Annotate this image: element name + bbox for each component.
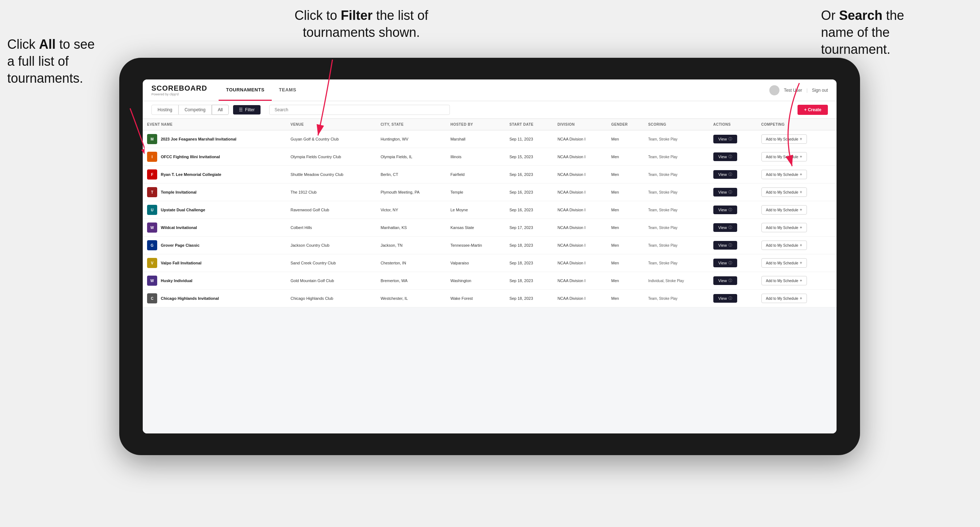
table-row: T Temple Invitational The 1912 Club Plym… <box>143 184 837 201</box>
add-schedule-button-8[interactable]: Add to My Schedule <box>761 276 807 285</box>
cell-event-name-1: I OFCC Fighting Illini Invitational <box>143 148 286 166</box>
col-venue: VENUE <box>286 119 376 130</box>
info-icon-7: ⓘ <box>729 260 732 265</box>
add-schedule-button-1[interactable]: Add to My Schedule <box>761 152 807 162</box>
cell-division-7: NCAA Division I <box>553 254 607 272</box>
tournaments-table: EVENT NAME VENUE CITY, STATE HOSTED BY S… <box>143 119 837 307</box>
cell-gender-7: Men <box>607 254 644 272</box>
col-hosted-by: HOSTED BY <box>446 119 505 130</box>
add-schedule-button-7[interactable]: Add to My Schedule <box>761 258 807 268</box>
cell-scoring-7: Team, Stroke Play <box>644 254 709 272</box>
cell-event-name-0: M 2023 Joe Feaganes Marshall Invitationa… <box>143 130 286 148</box>
cell-division-9: NCAA Division I <box>553 290 607 307</box>
cell-hosted-8: Washington <box>446 272 505 290</box>
cell-venue-3: The 1912 Club <box>286 184 376 201</box>
cell-event-name-5: W Wildcat Invitational <box>143 219 286 237</box>
col-start-date: START DATE <box>505 119 553 130</box>
col-city-state: CITY, STATE <box>376 119 446 130</box>
table-row: M 2023 Joe Feaganes Marshall Invitationa… <box>143 130 837 148</box>
cell-actions-4: View ⓘ <box>709 201 757 219</box>
cell-city-4: Victor, NY <box>376 201 446 219</box>
info-icon-4: ⓘ <box>729 207 732 213</box>
cell-gender-9: Men <box>607 290 644 307</box>
col-actions: ACTIONS <box>709 119 757 130</box>
cell-city-0: Huntington, WV <box>376 130 446 148</box>
view-button-3[interactable]: View ⓘ <box>713 188 738 197</box>
info-icon-9: ⓘ <box>729 296 732 301</box>
nav-tab-teams[interactable]: TEAMS <box>272 79 304 101</box>
event-name-9: Chicago Highlands Invitational <box>161 296 219 300</box>
view-button-6[interactable]: View ⓘ <box>713 241 738 249</box>
view-button-9[interactable]: View ⓘ <box>713 294 738 303</box>
cell-venue-0: Guyan Golf & Country Club <box>286 130 376 148</box>
view-button-8[interactable]: View ⓘ <box>713 276 738 285</box>
cell-gender-5: Men <box>607 219 644 237</box>
cell-division-1: NCAA Division I <box>553 148 607 166</box>
create-button[interactable]: + Create <box>797 105 828 115</box>
cell-date-5: Sep 17, 2023 <box>505 219 553 237</box>
table-row: C Chicago Highlands Invitational Chicago… <box>143 290 837 307</box>
cell-division-5: NCAA Division I <box>553 219 607 237</box>
cell-event-name-2: F Ryan T. Lee Memorial Collegiate <box>143 166 286 184</box>
cell-date-7: Sep 18, 2023 <box>505 254 553 272</box>
team-logo-6: G <box>147 240 157 250</box>
add-schedule-button-2[interactable]: Add to My Schedule <box>761 170 807 179</box>
header-right: Test User | Sign out <box>769 85 828 95</box>
add-schedule-button-3[interactable]: Add to My Schedule <box>761 187 807 197</box>
cell-division-4: NCAA Division I <box>553 201 607 219</box>
cell-scoring-2: Team, Stroke Play <box>644 166 709 184</box>
cell-venue-2: Shuttle Meadow Country Club <box>286 166 376 184</box>
cell-scoring-4: Team, Stroke Play <box>644 201 709 219</box>
event-name-7: Valpo Fall Invitational <box>161 261 201 265</box>
tab-hosting[interactable]: Hosting <box>151 105 178 115</box>
cell-actions-0: View ⓘ <box>709 130 757 148</box>
view-button-7[interactable]: View ⓘ <box>713 259 738 267</box>
cell-division-0: NCAA Division I <box>553 130 607 148</box>
cell-event-name-7: V Valpo Fall Invitational <box>143 254 286 272</box>
add-schedule-button-0[interactable]: Add to My Schedule <box>761 134 807 144</box>
cell-hosted-3: Temple <box>446 184 505 201</box>
add-schedule-button-9[interactable]: Add to My Schedule <box>761 294 807 303</box>
annotation-top-center: Click to Filter the list oftournaments s… <box>253 7 470 41</box>
cell-gender-3: Men <box>607 184 644 201</box>
col-gender: GENDER <box>607 119 644 130</box>
view-button-0[interactable]: View ⓘ <box>713 135 738 143</box>
view-button-2[interactable]: View ⓘ <box>713 170 738 179</box>
cell-competing-7: Add to My Schedule <box>757 254 837 272</box>
cell-actions-2: View ⓘ <box>709 166 757 184</box>
add-schedule-button-4[interactable]: Add to My Schedule <box>761 205 807 214</box>
tab-all[interactable]: All <box>212 105 229 115</box>
info-icon-8: ⓘ <box>729 278 732 283</box>
tab-competing[interactable]: Competing <box>178 105 212 115</box>
cell-scoring-3: Team, Stroke Play <box>644 184 709 201</box>
view-button-5[interactable]: View ⓘ <box>713 223 738 232</box>
cell-date-3: Sep 16, 2023 <box>505 184 553 201</box>
cell-hosted-2: Fairfield <box>446 166 505 184</box>
filter-tab-group: Hosting Competing All <box>151 105 229 115</box>
team-logo-4: U <box>147 205 157 215</box>
filter-button[interactable]: ☰ Filter <box>233 105 261 114</box>
cell-date-4: Sep 16, 2023 <box>505 201 553 219</box>
sign-out-link[interactable]: Sign out <box>812 88 828 93</box>
cell-hosted-6: Tennessee-Martin <box>446 237 505 254</box>
info-icon-1: ⓘ <box>729 154 732 159</box>
add-schedule-button-5[interactable]: Add to My Schedule <box>761 223 807 232</box>
cell-gender-8: Men <box>607 272 644 290</box>
team-logo-2: F <box>147 170 157 179</box>
view-button-4[interactable]: View ⓘ <box>713 206 738 214</box>
cell-actions-5: View ⓘ <box>709 219 757 237</box>
event-name-2: Ryan T. Lee Memorial Collegiate <box>161 172 221 177</box>
cell-gender-2: Men <box>607 166 644 184</box>
user-name: Test User <box>784 88 802 93</box>
search-input[interactable] <box>269 105 450 115</box>
cell-venue-5: Colbert Hills <box>286 219 376 237</box>
cell-gender-6: Men <box>607 237 644 254</box>
view-button-1[interactable]: View ⓘ <box>713 152 738 161</box>
add-schedule-button-6[interactable]: Add to My Schedule <box>761 241 807 250</box>
cell-city-9: Westchester, IL <box>376 290 446 307</box>
cell-competing-8: Add to My Schedule <box>757 272 837 290</box>
cell-hosted-1: Illinois <box>446 148 505 166</box>
team-logo-5: W <box>147 222 157 233</box>
cell-venue-4: Ravenwood Golf Club <box>286 201 376 219</box>
nav-tab-tournaments[interactable]: TOURNAMENTS <box>219 79 271 101</box>
